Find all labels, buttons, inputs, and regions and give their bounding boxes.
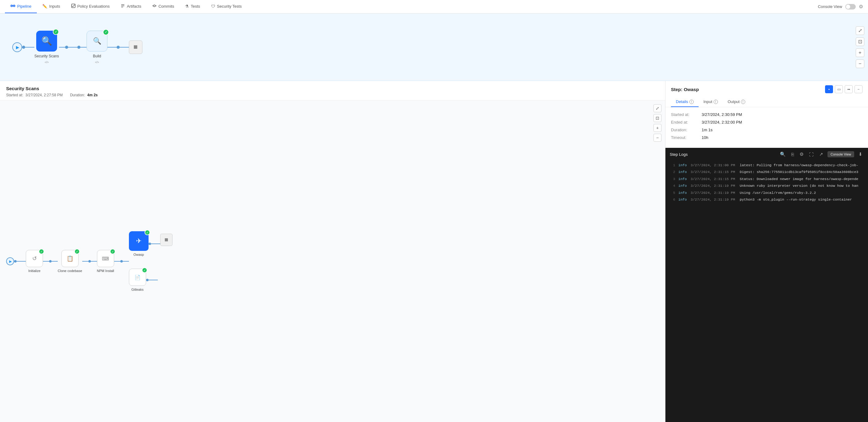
tab-policy-label: Policy Evaluations xyxy=(78,4,110,8)
init-label: Initialize xyxy=(28,269,40,273)
owasp-icon: ✈ xyxy=(136,237,142,245)
frame-btn[interactable]: ⊡ xyxy=(856,37,864,46)
console-view-toggle[interactable] xyxy=(845,4,856,9)
zoom-out-btn[interactable]: − xyxy=(856,60,864,68)
tab-details[interactable]: Details i xyxy=(671,97,699,107)
output-info-icon[interactable]: i xyxy=(741,100,745,104)
duration-value: 4m 2s xyxy=(87,93,98,97)
clone-label: Clone codebase xyxy=(58,269,82,273)
sub-zoom-in-btn[interactable]: + xyxy=(653,124,661,132)
tab-artifacts[interactable]: Artifacts xyxy=(115,0,147,13)
log-time: 3/27/2024, 2:31:15 PM xyxy=(691,176,737,182)
log-settings-icon[interactable]: ⚙ xyxy=(798,151,805,158)
node-tag-2: </> xyxy=(95,61,99,64)
connector-2 xyxy=(59,46,87,49)
log-search-icon[interactable]: 🔍 xyxy=(779,151,787,158)
tab-input-label: Input xyxy=(704,99,712,104)
duration-val: 1m 1s xyxy=(702,128,712,132)
log-time: 3/27/2024, 2:31:19 PM xyxy=(691,197,737,202)
sub-line-7 xyxy=(123,261,129,262)
security-scans-box[interactable]: 🔍 ✓ xyxy=(36,31,57,52)
clone-box[interactable]: 📋 ✓ xyxy=(61,250,79,267)
gitleaks-success: ✓ xyxy=(142,267,147,273)
tab-inputs-label: Inputs xyxy=(49,4,60,8)
svg-rect-0 xyxy=(11,5,15,6)
view-icon-3[interactable]: ▪▪ xyxy=(845,85,852,93)
npm-box[interactable]: ⌨ ✓ xyxy=(97,250,114,267)
nav-tabs: Pipeline ✏️ Inputs Policy Evaluations Ar… xyxy=(5,0,247,13)
started-meta: Started at: 3/27/2024, 2:27:58 PM xyxy=(6,93,63,97)
out-dot-2 xyxy=(146,279,149,281)
sub-expand-btn[interactable]: ⤢ xyxy=(653,104,661,112)
tab-pipeline[interactable]: Pipeline xyxy=(5,0,37,13)
gitleaks-icon: 📄 xyxy=(134,274,141,280)
tab-tests[interactable]: ⚗ Tests xyxy=(180,0,205,13)
zoom-in-btn[interactable]: + xyxy=(856,48,864,57)
view-icon-1[interactable]: ▪ xyxy=(825,85,833,93)
log-fullscreen-icon[interactable]: ⛶ xyxy=(808,151,815,158)
build-node[interactable]: 🔍 ✓ Build </> xyxy=(87,31,107,64)
ended-val: 3/27/2024, 2:32:00 PM xyxy=(702,120,742,125)
out-dot-1 xyxy=(149,242,151,245)
log-num: 2 xyxy=(670,169,675,175)
sub-frame-btn[interactable]: ⊡ xyxy=(653,114,661,122)
conn-dot-4 xyxy=(117,46,120,49)
tab-commits[interactable]: Commits xyxy=(147,0,180,13)
log-num: 3 xyxy=(670,176,675,182)
sub-flow: ▶ ↺ ✓ Initialize xyxy=(6,231,173,291)
clone-node[interactable]: 📋 ✓ Clone codebase xyxy=(58,250,82,273)
input-info-icon[interactable]: i xyxy=(714,100,718,104)
init-icon: ↺ xyxy=(32,255,37,262)
start-button[interactable]: ▶ xyxy=(12,42,22,52)
gitleaks-node[interactable]: 📄 ✓ Gitleaks xyxy=(129,269,146,291)
stage-title: Security Scans xyxy=(6,86,659,91)
gitleaks-box[interactable]: 📄 ✓ xyxy=(129,269,146,286)
details-info-icon[interactable]: i xyxy=(689,100,694,104)
view-icon-2[interactable]: ▭ xyxy=(835,85,843,93)
tab-output[interactable]: Output i xyxy=(723,97,750,107)
pipeline-icon xyxy=(10,3,16,9)
tab-security-label: Security Tests xyxy=(217,4,242,8)
clone-success: ✓ xyxy=(74,249,80,254)
sub-conn-4 xyxy=(114,260,129,262)
tab-security[interactable]: 🛡 Security Tests xyxy=(206,0,247,13)
log-msg: Digest: sha256:7755011cdb13caf9f95051f8c… xyxy=(740,169,858,175)
sub-zoom-out-btn[interactable]: − xyxy=(653,134,661,142)
log-download-icon[interactable]: ⬇ xyxy=(857,151,864,158)
security-scans-node[interactable]: 🔍 ✓ Security Scans </> xyxy=(34,31,59,64)
tab-inputs[interactable]: ✏️ Inputs xyxy=(37,0,65,13)
log-copy-icon[interactable]: ⎘ xyxy=(790,151,795,158)
log-level: info xyxy=(678,197,687,202)
console-view-btn[interactable]: Console View xyxy=(828,151,854,157)
svg-point-7 xyxy=(153,5,155,7)
settings-icon[interactable]: ⚙ xyxy=(859,4,863,9)
sub-start-btn[interactable]: ▶ xyxy=(6,257,14,265)
tab-commits-label: Commits xyxy=(158,4,174,8)
conn-dot-3 xyxy=(78,46,81,49)
log-external-icon[interactable]: ↗ xyxy=(818,151,825,158)
expand-btn[interactable]: ⤢ xyxy=(856,26,864,35)
sub-conn-1 xyxy=(14,260,26,262)
owasp-node[interactable]: ✈ ✓ Owasp xyxy=(129,231,149,256)
build-label: Build xyxy=(93,54,101,58)
gitleaks-out-conn xyxy=(146,279,158,281)
detail-started: Started at: 3/27/2024, 2:30:59 PM xyxy=(671,112,863,117)
artifacts-icon xyxy=(121,4,125,9)
play-icon: ▶ xyxy=(16,45,19,50)
sub-line-3 xyxy=(52,261,58,262)
npm-node[interactable]: ⌨ ✓ NPM Install xyxy=(97,250,114,273)
tab-policy[interactable]: Policy Evaluations xyxy=(66,0,115,13)
log-time: 3/27/2024, 2:31:19 PM xyxy=(691,183,737,189)
pipeline-flow: ▶ 🔍 ✓ Security Scans </> xyxy=(12,31,143,64)
tab-details-label: Details xyxy=(676,99,688,104)
build-box[interactable]: 🔍 ✓ xyxy=(87,31,107,52)
conn-line xyxy=(25,47,34,47)
step-tabs: Details i Input i Output i xyxy=(671,97,863,107)
tab-input[interactable]: Input i xyxy=(699,97,723,107)
started-label: Started at: xyxy=(671,112,702,117)
init-node[interactable]: ↺ ✓ Initialize xyxy=(26,250,43,273)
owasp-box[interactable]: ✈ ✓ xyxy=(129,231,149,251)
init-box[interactable]: ↺ ✓ xyxy=(26,250,43,267)
npm-success: ✓ xyxy=(110,249,115,254)
close-panel-btn[interactable]: − xyxy=(855,85,863,93)
